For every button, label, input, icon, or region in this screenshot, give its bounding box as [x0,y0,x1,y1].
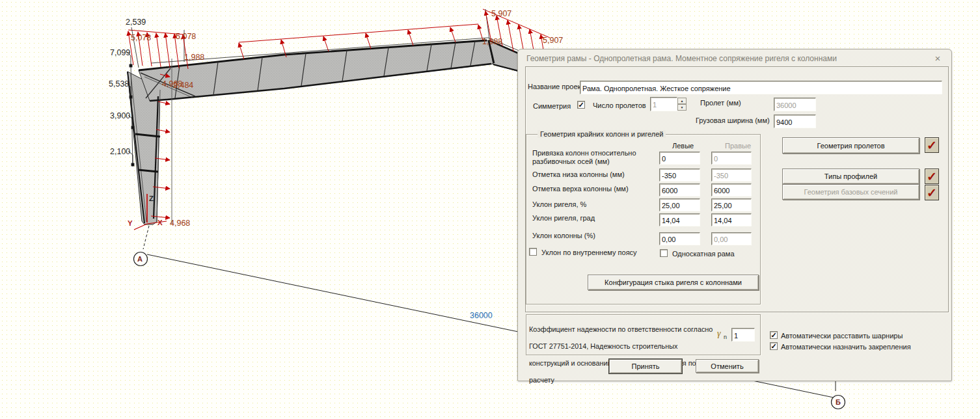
axis-x-label: X [157,219,163,226]
spans-count-label: Число пролетов [593,101,646,110]
row-label: Отметка верха колонны (мм) [532,185,629,193]
rafter-slope-pct-right-input[interactable] [711,198,752,211]
gamma-symbol: γ [717,329,721,339]
grid-mark-b-label: Б [836,398,841,406]
gamma-subscript: n [724,334,727,340]
auto-hinges-label: Автоматически расставить шарниры [781,332,903,340]
profile-types-check-icon: ✓ [925,169,939,184]
reliability-text: Коэффициент надежности по ответственност… [529,317,716,393]
rafter-slope-deg-right-input[interactable] [711,213,752,226]
inner-chord-checkbox[interactable] [529,248,537,256]
column-slope-left-input[interactable] [659,232,700,245]
column-bottom-right-input [711,169,752,182]
axis-y-label: Y [128,219,133,227]
load-label: 5,078 [131,33,151,42]
close-icon[interactable]: × [932,53,944,64]
span-label: Пролет (мм) [700,99,741,107]
rafter-slope-pct-left-input[interactable] [659,198,700,211]
auto-supports-checkbox[interactable]: ✓ [770,342,778,350]
spans-geometry-check-icon: ✓ [925,137,939,153]
load-width-input[interactable] [774,115,816,128]
rafter-slope-deg-left-input[interactable] [659,213,700,226]
edge-columns-group-title: Геометрия крайних колонн и ригелей [538,130,666,138]
profile-types-button[interactable]: Типы профилей [782,169,919,184]
load-label: 2,539 [126,18,146,27]
auto-hinges-checkbox[interactable]: ✓ [770,331,778,339]
load-label: 2,484 [173,81,193,90]
frame-geometry-dialog: Геометрия рамы - Однопролетная рама. Мом… [517,49,952,381]
spans-count-input [650,97,677,111]
check-icon: ✓ [770,342,776,350]
load-label: 5,907 [491,9,511,18]
column-top-left-input[interactable] [659,183,700,196]
symmetry-checkbox[interactable]: ✓ [577,101,585,109]
column-left-header: Левые [672,142,694,150]
row-label: Отметка низа колонны (мм) [532,170,625,179]
axis-z-label: Z [149,195,154,202]
row-label: Привязка колонн относительно разбивочных… [532,149,659,166]
base-sections-check-icon: ✓ [925,185,939,200]
check-icon: ✓ [578,101,584,109]
load-label: 1,988 [482,37,502,46]
load-label: 1,988 [184,53,204,62]
frame-members [128,40,552,224]
project-name-label: Название проекта [528,83,588,91]
dim-label: 2,100 [110,147,130,156]
anchor-left-input[interactable] [659,152,700,165]
span-dimension-label: 36000 [470,311,493,320]
inner-chord-label: Уклон по внутреннему поясу [541,249,637,257]
row-label: Уклон ригеля, % [532,200,586,209]
spinner-up-button[interactable]: ▲ [677,98,687,104]
dim-label: 5,538 [109,79,129,88]
gamma-input[interactable] [731,328,755,342]
joint-config-button[interactable]: Конфигурация стыка ригеля с колоннами [588,275,759,290]
span-input [774,98,816,111]
auto-supports-label: Автоматически назначить закрепления [781,343,911,351]
column-right-header: Правые [725,142,751,150]
row-label: Уклон ригеля, град [532,214,595,223]
single-slope-label: Односкатная рама [672,250,735,258]
single-slope-checkbox[interactable] [660,249,668,257]
dim-label: 7,099 [110,48,130,57]
workspace-canvas: 2,539 5,078 5,078 7,099 1,988 5,538 4,96… [0,0,980,419]
base-sections-button: Геометрия базовых сечений [782,184,919,200]
grid-mark-a-label: А [137,255,143,263]
column-bottom-left-input[interactable] [659,169,700,182]
spans-geometry-button[interactable]: Геометрия пролетов [782,137,919,154]
anchor-right-input [711,152,752,165]
dim-label: 3,900 [110,111,130,120]
symmetry-label: Симметрия [533,102,571,111]
project-name-input[interactable] [580,81,942,94]
load-label: 4,968 [170,219,190,228]
column-top-right-input[interactable] [711,183,752,196]
cancel-button[interactable]: Отменить [696,359,759,373]
spinner-down-button[interactable]: ▼ [677,104,687,111]
accept-button[interactable]: Принять [609,359,682,373]
load-label: 5,907 [543,36,563,45]
row-label: Уклон колонны (%) [532,232,595,240]
load-label: 5,078 [176,32,196,41]
load-width-label: Грузовая ширина (мм) [696,116,770,125]
dialog-title: Геометрия рамы - Однопролетная рама. Мом… [526,54,837,63]
column-slope-right-input [711,232,752,245]
check-icon: ✓ [770,331,776,339]
